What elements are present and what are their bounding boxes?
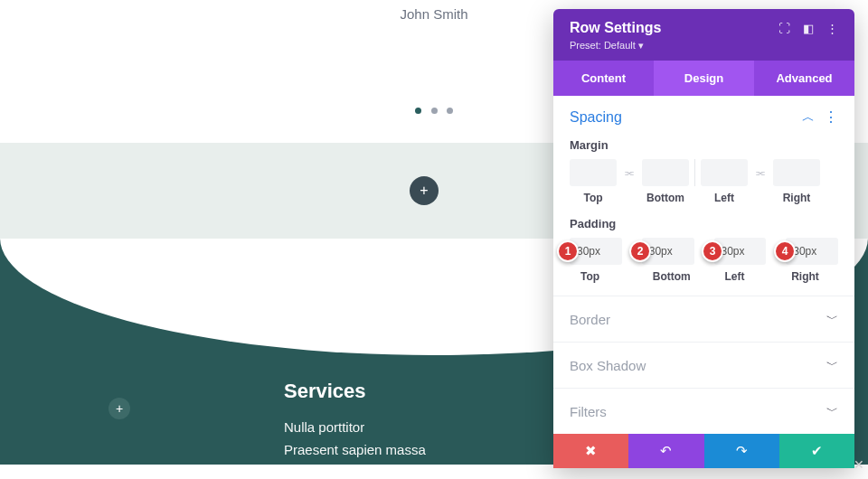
chevron-up-icon[interactable]: ︿ bbox=[802, 109, 815, 126]
chevron-down-icon: ﹀ bbox=[826, 357, 838, 373]
expand-icon[interactable]: ⛶ bbox=[778, 22, 790, 35]
redo-button[interactable]: ↷ bbox=[704, 434, 779, 468]
border-section[interactable]: Border ﹀ bbox=[553, 296, 854, 342]
margin-left-input[interactable] bbox=[701, 159, 748, 186]
dot-1[interactable] bbox=[415, 108, 421, 114]
panel-title: Row Settings bbox=[570, 20, 778, 36]
undo-button[interactable]: ↶ bbox=[628, 434, 703, 468]
link-icon[interactable]: ⫘ bbox=[748, 166, 773, 179]
chevron-down-icon: ﹀ bbox=[826, 311, 838, 327]
label-right: Right bbox=[773, 192, 820, 204]
service-item[interactable]: Nulla porttitor bbox=[284, 419, 426, 435]
filters-section[interactable]: Filters ﹀ bbox=[553, 388, 854, 434]
close-icon[interactable]: ✕ bbox=[854, 457, 864, 472]
chevron-down-icon: ﹀ bbox=[826, 403, 838, 419]
label-bottom: Bottom bbox=[642, 192, 689, 204]
dot-2[interactable] bbox=[431, 108, 438, 114]
add-element-button[interactable]: + bbox=[108, 398, 130, 419]
dot-3[interactable] bbox=[447, 108, 453, 114]
label-bottom: Bottom bbox=[642, 270, 714, 283]
panel-header[interactable]: Row Settings Preset: Default ▾ ⛶ ◧ ⋮ bbox=[553, 9, 854, 61]
action-bar: ✖ ↶ ↷ ✔ bbox=[553, 434, 854, 468]
services-heading: Services bbox=[284, 380, 426, 403]
spacing-title: Spacing bbox=[570, 109, 622, 126]
section-menu-icon[interactable]: ⋮ bbox=[824, 108, 838, 126]
annotation-1: 1 bbox=[557, 240, 579, 262]
margin-right-input[interactable] bbox=[773, 159, 820, 186]
tab-content[interactable]: Content bbox=[553, 61, 654, 96]
margin-label: Margin bbox=[570, 138, 838, 152]
menu-icon[interactable]: ⋮ bbox=[826, 22, 838, 35]
margin-bottom-input[interactable] bbox=[642, 159, 689, 186]
label-right: Right bbox=[786, 270, 838, 283]
snap-icon[interactable]: ◧ bbox=[803, 22, 814, 35]
margin-top-input[interactable] bbox=[570, 159, 617, 186]
tab-design[interactable]: Design bbox=[654, 61, 754, 96]
spacing-section-header[interactable]: Spacing ︿ ⋮ bbox=[553, 96, 854, 138]
service-item[interactable]: Praesent sapien massa bbox=[284, 442, 426, 457]
padding-label: Padding bbox=[570, 217, 838, 230]
preset-selector[interactable]: Preset: Default ▾ bbox=[570, 40, 778, 52]
row-settings-panel: Row Settings Preset: Default ▾ ⛶ ◧ ⋮ Con… bbox=[553, 9, 854, 468]
label-left: Left bbox=[701, 192, 748, 204]
link-icon[interactable]: ⫘ bbox=[617, 166, 642, 179]
label-left: Left bbox=[713, 270, 786, 283]
label-top: Top bbox=[570, 192, 617, 204]
annotation-4: 4 bbox=[774, 240, 796, 262]
annotation-2: 2 bbox=[629, 240, 651, 262]
label-top: Top bbox=[570, 270, 642, 283]
save-button[interactable]: ✔ bbox=[779, 434, 854, 468]
annotation-3: 3 bbox=[702, 240, 723, 262]
cancel-button[interactable]: ✖ bbox=[553, 434, 628, 468]
box-shadow-section[interactable]: Box Shadow ﹀ bbox=[553, 342, 854, 388]
tabs: Content Design Advanced bbox=[553, 61, 854, 96]
tab-advanced[interactable]: Advanced bbox=[754, 61, 854, 96]
add-section-button[interactable]: + bbox=[410, 176, 439, 205]
